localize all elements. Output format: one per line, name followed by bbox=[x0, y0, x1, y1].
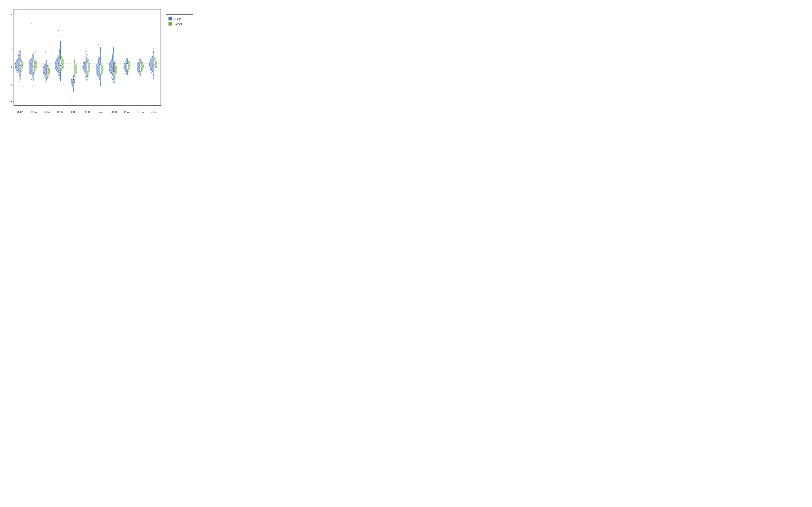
svg-point-118 bbox=[31, 60, 32, 60]
svg-point-246 bbox=[57, 73, 58, 74]
svg-point-263 bbox=[59, 56, 60, 57]
svg-point-35 bbox=[18, 63, 18, 64]
svg-point-185 bbox=[46, 70, 46, 71]
svg-point-186 bbox=[45, 70, 46, 70]
svg-point-482 bbox=[99, 63, 99, 64]
svg-point-583 bbox=[115, 73, 116, 73]
svg-point-485 bbox=[98, 60, 99, 61]
svg-point-194 bbox=[45, 65, 46, 65]
svg-point-501 bbox=[101, 74, 102, 75]
legend-item-normal: Normal bbox=[168, 22, 190, 25]
svg-point-815 bbox=[153, 41, 154, 41]
svg-point-639 bbox=[125, 61, 126, 61]
svg-point-94 bbox=[32, 77, 33, 78]
svg-point-272 bbox=[60, 47, 60, 48]
svg-point-471 bbox=[97, 74, 98, 74]
svg-point-142 bbox=[34, 66, 35, 67]
svg-point-486 bbox=[98, 59, 99, 60]
svg-point-817 bbox=[155, 56, 155, 56]
svg-point-737 bbox=[141, 62, 142, 63]
svg-point-568 bbox=[114, 46, 114, 47]
svg-point-808 bbox=[156, 60, 156, 60]
svg-point-387 bbox=[87, 80, 87, 80]
svg-point-813 bbox=[155, 57, 156, 58]
svg-point-632 bbox=[124, 64, 125, 65]
svg-point-582 bbox=[115, 73, 116, 74]
svg-point-763 bbox=[151, 68, 152, 69]
svg-point-122 bbox=[31, 57, 31, 57]
svg-point-49 bbox=[19, 53, 20, 53]
svg-point-439 bbox=[88, 68, 89, 68]
svg-point-755 bbox=[152, 75, 153, 75]
svg-point-116 bbox=[32, 61, 33, 62]
svg-point-307 bbox=[61, 56, 62, 57]
svg-point-491 bbox=[100, 54, 100, 55]
svg-point-431 bbox=[88, 73, 89, 74]
svg-point-754 bbox=[153, 75, 153, 76]
svg-point-473 bbox=[99, 72, 99, 73]
svg-point-187 bbox=[45, 69, 46, 70]
svg-point-753 bbox=[153, 76, 154, 77]
svg-point-663 bbox=[128, 62, 129, 63]
svg-point-740 bbox=[142, 60, 142, 61]
svg-point-541 bbox=[112, 73, 112, 74]
svg-point-335 bbox=[71, 83, 72, 84]
x-tick-brca: BRCA bbox=[31, 111, 37, 113]
svg-point-423 bbox=[87, 56, 87, 56]
svg-point-184 bbox=[46, 71, 47, 72]
svg-point-464 bbox=[98, 81, 99, 81]
svg-point-78 bbox=[21, 59, 22, 60]
svg-point-127 bbox=[32, 53, 33, 54]
svg-point-742 bbox=[142, 59, 142, 60]
svg-point-553 bbox=[113, 61, 113, 62]
svg-point-662 bbox=[128, 63, 129, 64]
svg-point-546 bbox=[112, 68, 113, 69]
svg-point-731 bbox=[141, 66, 142, 66]
svg-point-148 bbox=[34, 62, 35, 62]
svg-point-724 bbox=[142, 69, 143, 70]
svg-point-440 bbox=[88, 67, 89, 67]
svg-point-814 bbox=[155, 57, 156, 57]
svg-point-353 bbox=[73, 75, 74, 76]
svg-point-209 bbox=[48, 77, 48, 78]
svg-point-159 bbox=[36, 50, 36, 51]
svg-point-460 bbox=[100, 85, 100, 86]
svg-point-282 bbox=[62, 70, 63, 71]
svg-point-655 bbox=[129, 67, 130, 68]
svg-point-539 bbox=[112, 75, 113, 76]
svg-point-287 bbox=[63, 67, 63, 67]
svg-point-786 bbox=[153, 50, 154, 50]
svg-point-419 bbox=[86, 58, 86, 59]
svg-point-200 bbox=[46, 61, 47, 61]
svg-point-496 bbox=[100, 49, 101, 50]
svg-point-248 bbox=[58, 71, 59, 72]
svg-point-52 bbox=[19, 51, 20, 51]
svg-point-451 bbox=[85, 52, 86, 53]
svg-point-438 bbox=[89, 68, 90, 69]
svg-point-244 bbox=[58, 75, 59, 76]
svg-point-172 bbox=[46, 78, 46, 79]
svg-point-426 bbox=[88, 77, 89, 78]
svg-point-521 bbox=[101, 64, 102, 65]
svg-point-427 bbox=[88, 76, 89, 77]
svg-point-354 bbox=[75, 78, 75, 78]
y-tick-9: 9 bbox=[11, 66, 12, 68]
svg-point-243 bbox=[59, 76, 59, 77]
svg-point-289 bbox=[61, 65, 62, 66]
svg-point-721 bbox=[141, 71, 142, 72]
svg-point-192 bbox=[46, 66, 46, 67]
svg-point-569 bbox=[114, 45, 114, 46]
svg-point-153 bbox=[35, 58, 36, 59]
svg-point-125 bbox=[32, 55, 33, 55]
svg-point-370 bbox=[75, 64, 75, 65]
svg-point-221 bbox=[48, 70, 49, 71]
svg-point-812 bbox=[155, 58, 156, 58]
svg-point-261 bbox=[57, 58, 58, 59]
svg-point-411 bbox=[85, 64, 85, 64]
svg-point-669 bbox=[128, 59, 129, 60]
svg-point-761 bbox=[152, 70, 153, 71]
svg-point-288 bbox=[61, 66, 62, 67]
svg-point-23 bbox=[17, 72, 18, 73]
svg-point-437 bbox=[89, 69, 90, 70]
svg-point-462 bbox=[99, 83, 100, 83]
